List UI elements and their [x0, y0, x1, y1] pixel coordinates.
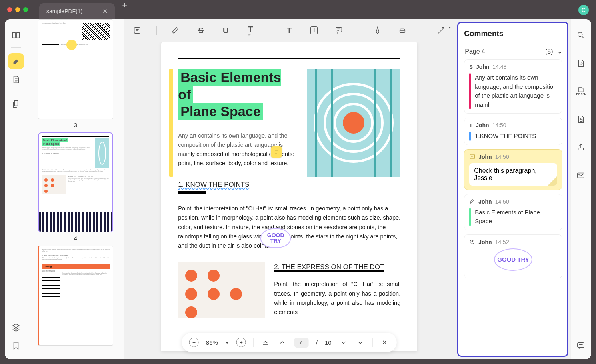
separator — [156, 26, 157, 35]
comment-time: 14:52 — [495, 239, 509, 245]
shapes-tool[interactable]: ▾ — [436, 25, 447, 36]
note-icon — [133, 26, 142, 35]
window-zoom-icon[interactable] — [23, 7, 28, 12]
comment-item-selected[interactable]: John 14:50 Check this paragraph, Jessie — [464, 149, 562, 190]
bookmark-icon — [12, 341, 20, 350]
comment-item[interactable]: T John 14:50 1.KNOW THE POINTS — [464, 118, 562, 145]
protect-button[interactable] — [573, 111, 589, 127]
comment-item[interactable]: John 14:52 GOOD TRY — [464, 234, 562, 278]
page-total: 10 — [325, 339, 332, 346]
underline-icon: U — [223, 26, 228, 35]
annotation-color-mark — [469, 132, 471, 141]
layers-icon — [12, 323, 20, 332]
chevrons-down-icon — [357, 339, 364, 346]
sticky-note-icon[interactable] — [271, 146, 282, 158]
thumbnails-panel[interactable]: lorem ipsum dolor sit amet ipsum lorem d… — [28, 19, 124, 359]
thumbnail-number: 3 — [38, 122, 113, 128]
close-icon[interactable]: ✕ — [102, 8, 108, 15]
tab-document[interactable]: samplePDF(1) ✕ — [39, 3, 115, 19]
prev-page-button[interactable] — [278, 338, 287, 347]
close-statusbar-button[interactable]: ✕ — [380, 338, 390, 347]
good-try-sticker[interactable]: GOOD TRY — [260, 228, 291, 248]
last-page-button[interactable] — [356, 338, 365, 347]
squiggly-tool[interactable]: T〰 — [245, 25, 256, 36]
zoom-dropdown[interactable]: ▼ — [225, 340, 229, 345]
annotate-panel-button[interactable] — [8, 53, 24, 69]
window-close-icon[interactable] — [7, 7, 12, 12]
textbox-icon: T — [310, 26, 318, 34]
comment-item[interactable]: S John 14:48 Any art contains its own la… — [464, 59, 562, 114]
search-icon — [576, 31, 585, 40]
zoom-in-button[interactable]: + — [236, 338, 246, 347]
avatar-initial: C — [582, 7, 586, 13]
window-minimize-icon[interactable] — [15, 7, 20, 12]
document-lines-icon — [12, 75, 20, 84]
tabs: samplePDF(1) ✕ + — [39, 0, 134, 19]
freetext-tool[interactable]: T — [284, 25, 295, 36]
tab-title: samplePDF(1) — [46, 8, 82, 14]
comment-body-text: Check this paragraph, Jessie — [474, 167, 552, 182]
thumbnail-page-4[interactable]: Basic Elements of Plane Space Any art co… — [38, 132, 113, 242]
comment-note-body: Check this paragraph, Jessie — [469, 163, 557, 186]
chevrons-up-icon — [262, 339, 269, 346]
first-page-button[interactable] — [261, 338, 270, 347]
svg-rect-6 — [580, 120, 583, 122]
layers-button[interactable] — [8, 319, 24, 335]
pages-stack-icon — [12, 100, 20, 108]
toggle-comments-button[interactable] — [573, 338, 589, 354]
page-number-input[interactable] — [294, 338, 309, 348]
new-tab-button[interactable]: + — [115, 0, 134, 19]
svg-point-5 — [578, 32, 582, 37]
share-button[interactable] — [573, 139, 589, 155]
pdfa-icon — [577, 87, 584, 92]
highlight-tool[interactable] — [170, 25, 182, 36]
page-scroll-area[interactable]: Basic Elements of Plane Space Any art co… — [124, 42, 455, 359]
book-open-icon — [12, 31, 20, 40]
eraser-icon — [398, 26, 407, 35]
note-tool[interactable] — [132, 25, 143, 36]
thumbnails-panel-button[interactable] — [8, 27, 24, 43]
outline-panel-button[interactable] — [8, 72, 24, 88]
comments-page-label: Page 4 — [465, 48, 485, 55]
annotation-color-mark — [469, 208, 471, 226]
comment-body-text: 1.KNOW THE POINTS — [475, 132, 536, 141]
next-page-button[interactable] — [339, 338, 348, 347]
section-2-body: Point, the interpretation of "Ci Hai" is… — [274, 280, 400, 317]
pen-icon — [373, 26, 382, 35]
thumbnail-page-5[interactable]: Points also have dominant and recessive … — [38, 246, 113, 346]
thumbnail-page-3[interactable]: lorem ipsum dolor sit amet ipsum lorem d… — [38, 19, 113, 128]
text-icon: T — [469, 122, 472, 128]
callout-tool[interactable] — [333, 25, 344, 36]
zoom-out-button[interactable]: − — [189, 338, 199, 347]
traffic-lights — [7, 7, 28, 12]
dot-grid-image — [178, 262, 265, 318]
highlighter-icon — [469, 198, 475, 204]
comment-icon — [576, 341, 585, 350]
comments-panel: Comments Page 4 (5) ⌄ S John 14:48 Any a… — [457, 22, 568, 357]
textbox-tool[interactable]: T — [308, 25, 320, 36]
good-try-sticker: GOOD TRY — [494, 248, 532, 271]
strikethrough-tool[interactable]: S — [195, 25, 206, 36]
page-content: Basic Elements of Plane Space Any art co… — [161, 42, 417, 351]
comment-item[interactable]: John 14:50 Basic Elements of Plane Space — [464, 194, 562, 230]
comment-time: 14:50 — [495, 154, 509, 160]
page-rotate-icon — [576, 59, 585, 68]
separator — [253, 338, 254, 347]
comments-toggle[interactable]: (5) ⌄ — [545, 48, 562, 55]
avatar[interactable]: C — [578, 5, 589, 15]
search-button[interactable] — [573, 27, 589, 43]
underline-tool[interactable]: U — [220, 25, 231, 36]
comment-time: 14:50 — [495, 198, 509, 205]
svg-rect-7 — [578, 173, 584, 178]
bookmarks-button[interactable] — [8, 338, 24, 354]
pen-tool[interactable] — [372, 25, 383, 36]
left-rail — [5, 19, 28, 359]
email-button[interactable] — [573, 167, 589, 183]
rotate-button[interactable] — [573, 55, 589, 71]
pdfa-button[interactable]: PDF/A — [573, 83, 589, 99]
heading-underline — [178, 191, 206, 194]
eraser-tool[interactable] — [397, 25, 408, 36]
titlebar: samplePDF(1) ✕ + C — [0, 0, 596, 19]
strikethrough-icon: S — [469, 64, 473, 70]
pages-panel-button[interactable] — [8, 96, 24, 112]
